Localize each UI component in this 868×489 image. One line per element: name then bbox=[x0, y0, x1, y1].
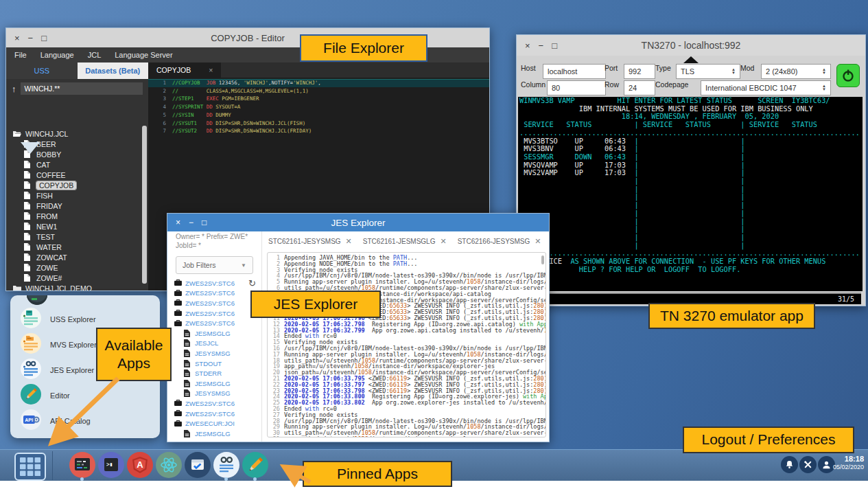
taskbar-app-react[interactable] bbox=[155, 452, 182, 481]
minimize-icon[interactable]: − bbox=[189, 218, 193, 227]
tree-scrollbar[interactable] bbox=[142, 126, 147, 284]
menu-language[interactable]: Language bbox=[40, 51, 74, 59]
taskbar-app-terminal-red[interactable] bbox=[69, 452, 95, 481]
app-menu-item-editor[interactable]: Editor bbox=[10, 383, 160, 408]
job-item-zwes2sv:stc6[interactable]: ZWES2SV:STC6↻ bbox=[174, 278, 261, 288]
refresh-icon[interactable]: ↻ bbox=[248, 278, 256, 288]
tab-datasets[interactable]: Datasets (Beta) bbox=[78, 62, 149, 79]
tray-bell-button[interactable] bbox=[781, 456, 798, 473]
taskbar-app-tasks[interactable] bbox=[184, 452, 211, 481]
tree-item-zowe[interactable]: ZOWE bbox=[6, 262, 141, 273]
port-input[interactable] bbox=[624, 64, 655, 79]
job-item-zwes2sv:stc6[interactable]: ZWES2SV:STC6 bbox=[174, 398, 261, 409]
taskbar-app-terminal-indigo[interactable]: >▮ bbox=[97, 452, 124, 481]
maximize-icon[interactable]: □ bbox=[202, 218, 207, 227]
tree-item-winchj.jcl.demo[interactable]: WINCHJ.JCL.DEMO bbox=[6, 283, 141, 291]
tree-item-friday[interactable]: FRIDAY bbox=[6, 201, 141, 211]
job-item-zwesecur:joi[interactable]: ZWESECUR:JOI bbox=[174, 418, 261, 429]
collapse-panel-icon[interactable] bbox=[683, 56, 699, 63]
spool-log-viewer[interactable]: 1Appending JAVA_HOME/bin to the PATH...2… bbox=[267, 252, 546, 437]
minimize-icon[interactable]: − bbox=[28, 34, 34, 43]
job-item-jesmsglg[interactable]: JESMSGLG bbox=[174, 378, 261, 389]
type-select[interactable]: TLS ▲▼ bbox=[676, 64, 740, 79]
job-item-jesmsglg[interactable]: JESMSGLG bbox=[174, 328, 261, 339]
tab-close-icon[interactable]: ✕ bbox=[440, 237, 446, 246]
codepage-select[interactable]: International EBCDIC 1047 ▲▼ bbox=[701, 80, 831, 95]
app-menu-item-api-catalog[interactable]: APIAPI Catalog bbox=[10, 408, 160, 433]
mod-select[interactable]: 2 (24x80) ▲▼ bbox=[761, 64, 831, 79]
tab-close-icon[interactable]: ✕ bbox=[535, 237, 541, 246]
job-item-zwes2sv:stc6[interactable]: ZWES2SV:STC6 bbox=[174, 298, 261, 308]
job-item-stdout[interactable]: STDOUT bbox=[174, 359, 261, 369]
tree-item-coffee[interactable]: COFFEE bbox=[6, 170, 141, 180]
tree-item-new1[interactable]: NEW1 bbox=[6, 221, 141, 231]
job-item-jesysmsg[interactable]: JESYSMSG bbox=[174, 389, 261, 399]
code-line-4: 4//SYSPRINT DD SYSOUT=A bbox=[148, 103, 489, 111]
api-catalog-icon: API bbox=[21, 409, 41, 433]
code-line-3: 3//STEP1 EXEC PGM=IEBGENER bbox=[148, 95, 489, 103]
owner-prefix-text: Owner= * Prefix= ZWE* bbox=[167, 231, 261, 240]
maximize-icon[interactable]: □ bbox=[41, 34, 47, 43]
row-input[interactable] bbox=[624, 80, 655, 95]
host-label: Host bbox=[521, 64, 536, 72]
tree-item-test[interactable]: TEST bbox=[6, 231, 141, 242]
maximize-icon[interactable]: □ bbox=[552, 41, 557, 50]
dataset-filter-input[interactable]: WINCHJ.** bbox=[21, 82, 143, 95]
tree-item-winchj.jcl[interactable]: WINCHJ.JCL bbox=[6, 128, 141, 139]
tree-item-water[interactable]: WATER bbox=[6, 242, 141, 252]
app-menu-item-label: MVS Explorer bbox=[50, 341, 97, 349]
tree-item-copyjob[interactable]: COPYJOB bbox=[6, 180, 141, 190]
file-icon bbox=[24, 253, 32, 261]
pinned-apps: >▮A bbox=[69, 452, 268, 481]
tab-close-icon[interactable]: × bbox=[209, 66, 213, 74]
column-input[interactable] bbox=[547, 80, 606, 95]
job-icon bbox=[174, 400, 182, 407]
job-item-zwes2sv:stc6[interactable]: ZWES2SV:STC6 bbox=[174, 318, 261, 328]
file-icon bbox=[24, 212, 32, 220]
taskbar-app-angular[interactable]: A bbox=[126, 452, 153, 481]
job-item-label: JESMSGLG bbox=[195, 330, 231, 337]
desktop: × − □ COPYJOB - Editor FileLanguageJCLLa… bbox=[0, 0, 868, 489]
tree-item-zowcat[interactable]: ZOWCAT bbox=[6, 252, 141, 262]
job-item-jesmsglg[interactable]: JESMSGLG bbox=[174, 429, 261, 439]
job-item-zwes2sv:stc6[interactable]: ZWES2SV:STC6 bbox=[174, 288, 261, 299]
tree-item-label: TEST bbox=[36, 233, 55, 241]
spool-tab-stc62166-jesysmsg[interactable]: STC62166-JESYSMSG✕ bbox=[458, 237, 541, 246]
spool-tab-label: STC62161-JESYSMSG bbox=[268, 238, 341, 245]
callout-logout-preferences: Logout / Preferences bbox=[683, 427, 854, 453]
close-icon[interactable]: × bbox=[525, 41, 530, 50]
menu-file[interactable]: File bbox=[14, 51, 27, 59]
tab-close-icon[interactable]: ✕ bbox=[346, 237, 352, 246]
close-icon[interactable]: × bbox=[176, 218, 180, 227]
taskbar-clock: 18:18 05/02/2020 bbox=[833, 454, 864, 472]
tab-copyjob[interactable]: COPYJOB × bbox=[148, 62, 221, 78]
menu-language-server[interactable]: Language Server bbox=[115, 51, 172, 59]
job-item-stderr[interactable]: STDERR bbox=[174, 368, 261, 378]
start-menu-button[interactable] bbox=[14, 453, 46, 481]
job-item-jesysmsg[interactable]: JESYSMSG bbox=[174, 348, 261, 359]
job-item-zwes2sv:stc6[interactable]: ZWES2SV:STC6 bbox=[174, 308, 261, 319]
log-scrollbar[interactable] bbox=[541, 255, 544, 264]
up-arrow-icon[interactable]: ↑ bbox=[12, 84, 16, 94]
close-icon[interactable]: × bbox=[14, 34, 20, 43]
menu-jcl[interactable]: JCL bbox=[88, 51, 102, 59]
job-filters-button[interactable]: Job Filters ▼ bbox=[176, 256, 253, 274]
tree-item-zowe#[interactable]: ZOWE# bbox=[6, 273, 141, 283]
tn3270-terminal-screen[interactable]: WINMVS3B VAMP HIT ENTER FOR LATEST STATU… bbox=[518, 97, 863, 291]
taskbar-app-jes-small[interactable] bbox=[213, 452, 239, 481]
tree-item-fish[interactable]: FISH bbox=[6, 190, 141, 201]
minimize-icon[interactable]: − bbox=[539, 41, 544, 50]
tray-tools-button[interactable] bbox=[799, 456, 817, 473]
tab-uss[interactable]: USS bbox=[6, 62, 78, 79]
spool-tab-stc62161-jesysmsg[interactable]: STC62161-JESYSMSG✕ bbox=[268, 237, 352, 246]
tn3270-app-icon[interactable] bbox=[27, 295, 47, 305]
tree-item-cat[interactable]: CAT bbox=[6, 159, 141, 170]
spool-tab-stc62161-jesmsglg[interactable]: STC62161-JESMSGLG✕ bbox=[363, 237, 447, 246]
job-item-zwes2sv:stc6[interactable]: ZWES2SV:STC6 bbox=[174, 409, 261, 419]
taskbar-app-editor-pencil[interactable] bbox=[242, 452, 268, 481]
connect-power-button[interactable] bbox=[836, 64, 860, 87]
cursor-position: 31/5 bbox=[838, 295, 854, 303]
host-input[interactable] bbox=[543, 64, 606, 79]
job-item-jesjcl[interactable]: JESJCL bbox=[174, 339, 261, 349]
tree-item-from[interactable]: FROM bbox=[6, 211, 141, 221]
